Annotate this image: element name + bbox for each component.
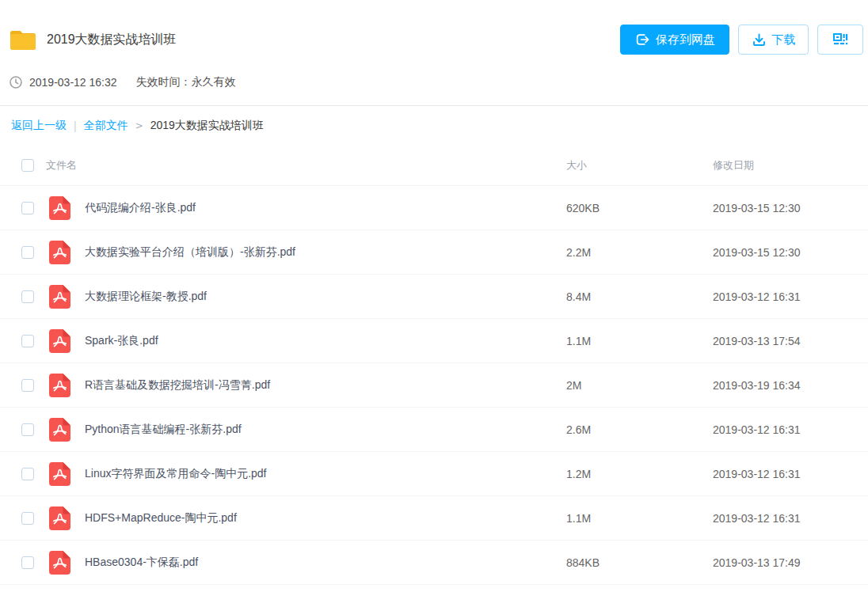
row-checkbox[interactable] bbox=[21, 512, 34, 525]
download-button-label: 下载 bbox=[772, 32, 796, 47]
file-name-link[interactable]: 大数据实验平台介绍（培训版）-张新芬.pdf bbox=[85, 245, 566, 260]
file-date: 2019-03-12 16:31 bbox=[713, 468, 868, 480]
save-to-disk-icon bbox=[634, 32, 650, 47]
select-all-checkbox[interactable] bbox=[21, 159, 34, 172]
file-size: 620KB bbox=[566, 202, 713, 214]
pdf-file-icon bbox=[49, 241, 70, 264]
breadcrumb-current-folder: 2019大数据实战培训班 bbox=[150, 119, 264, 133]
file-name-link[interactable]: Spark-张良.pdf bbox=[85, 334, 566, 348]
row-checkbox[interactable] bbox=[21, 246, 34, 259]
file-size: 2.6M bbox=[566, 423, 713, 436]
column-header-filename: 文件名 bbox=[46, 158, 566, 173]
file-date: 2019-03-12 16:31 bbox=[713, 290, 868, 303]
share-header: 2019大数据实战培训班 保存到网盘 下载 bbox=[0, 0, 868, 90]
file-size: 1.1M bbox=[566, 335, 713, 347]
pdf-file-icon bbox=[49, 418, 70, 442]
save-button-label: 保存到网盘 bbox=[656, 32, 715, 47]
pdf-file-icon bbox=[49, 285, 70, 309]
pdf-file-icon bbox=[49, 329, 70, 353]
pdf-file-icon bbox=[49, 506, 70, 530]
file-date: 2019-03-12 16:31 bbox=[713, 512, 868, 525]
file-size: 2.2M bbox=[566, 246, 713, 259]
row-checkbox[interactable] bbox=[21, 335, 34, 347]
folder-icon bbox=[10, 28, 36, 51]
page-title: 2019大数据实战培训班 bbox=[47, 32, 177, 48]
file-date: 2019-03-19 16:34 bbox=[713, 379, 868, 392]
download-button[interactable]: 下载 bbox=[738, 25, 809, 55]
table-header: 文件名 大小 修改日期 bbox=[0, 146, 868, 186]
row-checkbox[interactable] bbox=[21, 379, 34, 392]
file-name-link[interactable]: HDFS+MapReduce-陶中元.pdf bbox=[85, 511, 566, 525]
file-date: 2019-03-13 17:54 bbox=[713, 335, 868, 347]
file-name-link[interactable]: R语言基础及数据挖掘培训-冯雪菁.pdf bbox=[85, 378, 566, 393]
file-name-link[interactable]: Python语言基础编程-张新芬.pdf bbox=[85, 423, 566, 437]
expire-label: 失效时间：永久有效 bbox=[136, 75, 236, 89]
breadcrumb-all-files-link[interactable]: 全部文件 bbox=[84, 119, 128, 133]
pdf-file-icon bbox=[49, 551, 70, 575]
row-checkbox[interactable] bbox=[21, 468, 34, 480]
pdf-file-icon bbox=[49, 374, 70, 397]
file-date: 2019-03-12 16:31 bbox=[713, 423, 868, 436]
file-size: 1.2M bbox=[566, 468, 713, 480]
file-name-link[interactable]: 代码混编介绍-张良.pdf bbox=[85, 201, 566, 215]
column-header-size: 大小 bbox=[566, 158, 713, 173]
table-row: R语言基础及数据挖掘培训-冯雪菁.pdf 2M 2019-03-19 16:34 bbox=[0, 363, 868, 408]
breadcrumb-arrow: > bbox=[135, 120, 143, 131]
table-row: 大数据理论框架-教授.pdf 8.4M 2019-03-12 16:31 bbox=[0, 275, 868, 319]
table-row: Spark-张良.pdf 1.1M 2019-03-13 17:54 bbox=[0, 319, 868, 363]
save-to-netdisk-button[interactable]: 保存到网盘 bbox=[620, 25, 729, 55]
action-buttons: 保存到网盘 下载 bbox=[620, 25, 863, 55]
qr-code-button[interactable] bbox=[817, 25, 863, 55]
file-date: 2019-03-15 12:30 bbox=[713, 202, 868, 214]
table-row: 代码混编介绍-张良.pdf 620KB 2019-03-15 12:30 bbox=[0, 186, 868, 230]
table-row: HBase0304-卞保磊.pdf 884KB 2019-03-13 17:49 bbox=[0, 541, 868, 585]
file-name-link[interactable]: HBase0304-卞保磊.pdf bbox=[85, 556, 566, 570]
file-size: 884KB bbox=[566, 556, 713, 569]
file-size: 2M bbox=[566, 379, 713, 392]
row-checkbox[interactable] bbox=[21, 290, 34, 303]
row-checkbox[interactable] bbox=[21, 423, 34, 436]
row-checkbox[interactable] bbox=[21, 556, 34, 569]
file-date: 2019-03-15 12:30 bbox=[713, 246, 868, 259]
table-row: HDFS+MapReduce-陶中元.pdf 1.1M 2019-03-12 1… bbox=[0, 496, 868, 541]
breadcrumb-back-link[interactable]: 返回上一级 bbox=[11, 119, 67, 133]
share-time: 2019-03-12 16:32 bbox=[29, 76, 117, 89]
pdf-file-icon bbox=[49, 462, 70, 486]
row-checkbox[interactable] bbox=[21, 202, 34, 214]
file-date: 2019-03-13 17:49 bbox=[713, 556, 868, 569]
table-row: 大数据实验平台介绍（培训版）-张新芬.pdf 2.2M 2019-03-15 1… bbox=[0, 230, 868, 275]
file-list: 代码混编介绍-张良.pdf 620KB 2019-03-15 12:30 大数据… bbox=[0, 186, 868, 585]
download-icon bbox=[752, 32, 767, 47]
file-size: 8.4M bbox=[566, 290, 713, 303]
column-header-date: 修改日期 bbox=[713, 158, 868, 173]
file-size: 1.1M bbox=[566, 512, 713, 525]
table-row: Linux字符界面及常用命令-陶中元.pdf 1.2M 2019-03-12 1… bbox=[0, 452, 868, 496]
table-row: Python语言基础编程-张新芬.pdf 2.6M 2019-03-12 16:… bbox=[0, 408, 868, 452]
breadcrumb: 返回上一级 | 全部文件 > 2019大数据实战培训班 bbox=[0, 106, 868, 146]
pdf-file-icon bbox=[49, 196, 70, 220]
breadcrumb-separator: | bbox=[74, 120, 77, 132]
qr-code-icon bbox=[832, 31, 849, 48]
file-name-link[interactable]: 大数据理论框架-教授.pdf bbox=[85, 290, 566, 304]
file-name-link[interactable]: Linux字符界面及常用命令-陶中元.pdf bbox=[85, 467, 566, 481]
clock-icon bbox=[10, 76, 22, 89]
